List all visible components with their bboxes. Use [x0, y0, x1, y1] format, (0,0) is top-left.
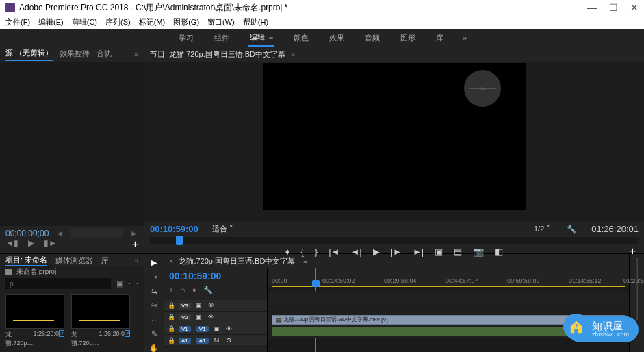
zoom-fit-dropdown[interactable]: 适合 ˅ — [212, 224, 233, 234]
track-v3-row[interactable] — [268, 291, 629, 303]
play-icon[interactable]: ▶ — [373, 247, 380, 257]
workspace-overflow-icon[interactable]: » — [463, 34, 467, 42]
track-visibility-icon[interactable]: 👁 — [207, 302, 216, 309]
timeline-timecode[interactable]: 00:10:59:00 — [164, 268, 267, 284]
program-scrubber[interactable] — [150, 237, 639, 244]
menu-help[interactable]: 帮助(H) — [243, 17, 268, 27]
source-nav-next-icon[interactable]: ► — [130, 229, 138, 238]
add-marker-icon[interactable]: ♦ — [285, 247, 290, 257]
step-forward-icon[interactable]: ▮► — [44, 238, 57, 251]
track-badge[interactable]: V3 — [179, 303, 191, 309]
pen-tool-icon[interactable]: ✎ — [149, 329, 159, 338]
ripple-edit-tool-icon[interactable]: ⇆ — [149, 287, 159, 296]
workspace-assembly[interactable]: 组件 — [213, 30, 231, 46]
menu-graphics[interactable]: 图形(G) — [173, 17, 199, 27]
tab-project[interactable]: 项目: 未命名 — [5, 255, 47, 266]
menu-clip[interactable]: 剪辑(C) — [72, 17, 97, 27]
solo-icon[interactable]: S — [225, 337, 233, 344]
workspace-graphics[interactable]: 图形 — [399, 30, 417, 46]
add-marker-icon[interactable]: ♦ — [192, 286, 196, 294]
add-button-icon[interactable]: + — [132, 238, 138, 251]
track-badge[interactable]: V1 — [196, 326, 209, 332]
program-timecode-left[interactable]: 00:10:59:00 — [150, 224, 198, 234]
lock-icon[interactable]: 🔒 — [168, 337, 175, 344]
extract-icon[interactable]: ▤ — [454, 247, 462, 257]
tab-libraries[interactable]: 库 — [101, 255, 109, 266]
source-scrubber[interactable] — [70, 229, 123, 238]
settings-wrench-icon[interactable]: 🔧 — [567, 225, 576, 234]
project-clip-item[interactable]: 龙猫.720p…1:26:20:0↗ — [5, 294, 64, 348]
track-badge[interactable]: V2 — [179, 314, 191, 320]
play-icon[interactable]: ▶ — [28, 238, 34, 251]
settings-icon[interactable]: 🔧 — [203, 286, 213, 294]
slip-tool-icon[interactable]: ↔ — [149, 316, 159, 324]
list-view-icon[interactable]: ⋮⋮ — [129, 279, 138, 288]
export-frame-icon[interactable]: 📷 — [473, 247, 484, 257]
step-back-icon[interactable]: ◄▮ — [5, 238, 18, 251]
panel-overflow-icon[interactable]: » — [134, 50, 138, 58]
track-header-v2[interactable]: 🔒V2▣👁 — [164, 312, 267, 323]
track-visibility-icon[interactable]: 👁 — [207, 314, 216, 320]
source-nav-prev-icon[interactable]: ◄ — [55, 229, 64, 238]
track-v2-row[interactable] — [268, 303, 629, 314]
track-badge[interactable]: A1 — [196, 338, 209, 344]
sequence-menu-icon[interactable]: ≡ — [303, 257, 307, 265]
source-timecode[interactable]: 00;00;00;00 — [5, 229, 49, 238]
lock-icon[interactable]: 🔒 — [168, 325, 175, 332]
lock-icon[interactable]: 🔒 — [168, 302, 175, 309]
track-select-tool-icon[interactable]: ⇥ — [149, 273, 159, 281]
tab-media-browser[interactable]: 媒体浏览器 — [55, 255, 93, 266]
program-overflow-icon[interactable]: » — [291, 50, 295, 58]
mark-in-icon[interactable]: { — [300, 247, 303, 257]
go-to-in-icon[interactable]: |◄ — [329, 247, 339, 257]
tab-source[interactable]: 源:（无剪辑） — [5, 48, 53, 61]
menu-edit[interactable]: 编辑(E) — [38, 17, 64, 27]
workspace-audio[interactable]: 音频 — [363, 30, 381, 46]
maximize-button[interactable]: ☐ — [609, 2, 618, 13]
minimize-button[interactable]: — — [587, 2, 597, 13]
mute-icon[interactable]: M — [213, 337, 221, 344]
track-header-v1[interactable]: 🔒V1V1▣👁 — [164, 323, 267, 335]
menu-sequence[interactable]: 序列(S) — [105, 17, 131, 27]
go-to-out-icon[interactable]: ►| — [413, 247, 424, 257]
project-clip-item[interactable]: 龙猫.720p…1:26:20:0↗ — [71, 294, 130, 348]
project-search-input[interactable] — [5, 278, 111, 289]
menu-markers[interactable]: 标记(M) — [139, 17, 166, 27]
lock-icon[interactable]: 🔒 — [168, 314, 175, 320]
track-output-icon[interactable]: ▣ — [195, 302, 203, 309]
new-bin-icon[interactable]: ▣ — [115, 279, 125, 288]
close-button[interactable]: ✕ — [630, 2, 639, 13]
comparison-icon[interactable]: ◧ — [495, 247, 503, 257]
workspace-effects[interactable]: 效果 — [328, 30, 346, 46]
sequence-close-icon[interactable]: × — [169, 257, 173, 265]
program-monitor[interactable]: » — [263, 63, 526, 210]
selection-tool-icon[interactable]: ▶ — [149, 258, 159, 267]
razor-tool-icon[interactable]: ✂ — [149, 301, 159, 310]
track-header-a1[interactable]: 🔒A1A1MS — [164, 335, 267, 347]
workspace-color[interactable]: 颜色 — [292, 30, 310, 46]
linked-selection-icon[interactable]: ∩ — [180, 286, 185, 294]
work-area-bar[interactable] — [272, 286, 625, 287]
step-back-icon[interactable]: ◄| — [350, 247, 361, 257]
tab-effect-controls[interactable]: 效果控件 — [60, 49, 90, 60]
hand-tool-icon[interactable]: ✋ — [149, 344, 159, 352]
workspace-editing[interactable]: 编辑≡ — [248, 29, 274, 47]
menu-window[interactable]: 窗口(W) — [207, 17, 235, 27]
workspace-library[interactable]: 库 — [435, 30, 445, 46]
track-header-v3[interactable]: 🔒V3▣👁 — [164, 300, 267, 312]
button-editor-icon[interactable]: + — [630, 245, 636, 257]
track-output-icon[interactable]: ▣ — [195, 314, 203, 320]
menu-file[interactable]: 文件(F) — [5, 17, 30, 27]
snap-icon[interactable]: ⌖ — [169, 286, 173, 294]
lift-icon[interactable]: ▣ — [435, 247, 443, 257]
resolution-dropdown[interactable]: 1/2 ˅ — [534, 225, 550, 234]
tab-audio-mixer[interactable]: 音轨 — [96, 49, 112, 60]
scrubber-playhead[interactable] — [176, 236, 183, 245]
track-output-icon[interactable]: ▣ — [213, 325, 221, 332]
timeline-ruler[interactable]: 00:00 00:14:59:02 00:29:58:04 00:44:57:0… — [268, 268, 629, 287]
step-forward-icon[interactable]: |► — [391, 247, 402, 257]
project-overflow-icon[interactable]: » — [134, 256, 138, 264]
track-visibility-icon[interactable]: 👁 — [225, 325, 233, 332]
mark-out-icon[interactable]: } — [315, 247, 318, 257]
workspace-learn[interactable]: 学习 — [177, 30, 195, 46]
